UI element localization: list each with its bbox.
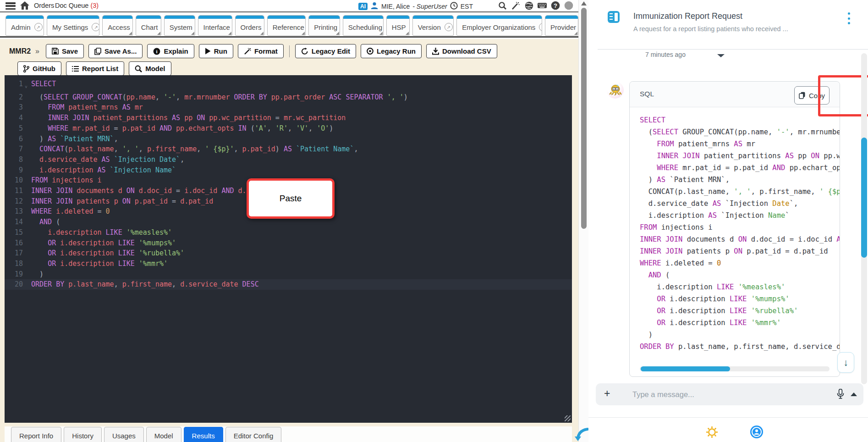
line-content: WHERE i.deleted = 0 (29, 206, 110, 217)
code-line-20: 20ORDER BY p.last_name, p.first_name, d.… (5, 279, 572, 290)
bottom-tab-results[interactable]: Results (184, 427, 223, 442)
copy-button[interactable]: Copy (794, 86, 830, 105)
kebab-menu-icon[interactable] (845, 12, 852, 24)
top-icon-bar: ? (498, 1, 573, 10)
home-icon[interactable] (20, 1, 29, 11)
gutter-spacer (23, 113, 29, 123)
tab-orders[interactable]: Orders (235, 15, 264, 36)
external-link-icon[interactable]: ↗ (539, 23, 542, 31)
nav-orders[interactable]: Orders (34, 2, 54, 9)
external-link-icon[interactable]: ↗ (445, 23, 453, 31)
tab-system[interactable]: System (164, 15, 195, 36)
scroll-to-bottom-button[interactable]: ↓ (837, 352, 854, 373)
code-hscroll-thumb[interactable] (641, 366, 730, 371)
collapse-caret-icon[interactable] (851, 392, 857, 396)
assistant-app-icon[interactable] (750, 425, 764, 441)
model-button[interactable]: Model (129, 61, 171, 76)
user-info: AI MIE, Alice - SuperUser EST (358, 1, 473, 11)
run-button[interactable]: Run (199, 44, 233, 58)
scrollbar-thumb[interactable] (581, 8, 587, 229)
tab-label: Version (418, 23, 441, 31)
github-button[interactable]: GitHub (17, 61, 61, 76)
code-horizontal-scrollbar[interactable] (640, 366, 830, 371)
settings-gear-icon[interactable] (706, 426, 718, 440)
format-button[interactable]: Format (238, 44, 284, 58)
line-number: 1 (5, 79, 23, 92)
sql-code-editor[interactable]: 1vSELECT2 (SELECT GROUP_CONCAT(pp.name, … (5, 75, 572, 423)
chat-code-line-14: AND ( (640, 269, 840, 281)
button-label: Legacy Edit (312, 47, 350, 55)
button-label: Explain (164, 47, 188, 55)
line-number: 12 (5, 196, 23, 207)
doc-queue-count: (3) (90, 2, 99, 9)
tab-label: Access (108, 23, 130, 31)
line-content: i.description AS `Injection Name` (29, 165, 176, 176)
timezone-label: EST (461, 3, 473, 10)
magic-wand-icon[interactable] (511, 1, 520, 10)
tab-interface[interactable]: Interface (198, 15, 232, 36)
save-button[interactable]: Save (46, 44, 84, 58)
chat-code-line-20: ORDER BY p.last_name, p.first_name, d.se… (640, 341, 840, 353)
keyboard-icon[interactable] (538, 1, 547, 10)
bottom-tab-model[interactable]: Model (146, 427, 181, 442)
line-number: 17 (5, 248, 23, 259)
tab-version[interactable]: Version↗ (412, 15, 454, 36)
tab-chart[interactable]: Chart (136, 15, 161, 36)
globe-icon[interactable] (524, 1, 533, 10)
editor-toolbar-row2: GitHubReport ListModel (17, 61, 578, 76)
paste-button[interactable]: Paste (247, 178, 335, 219)
external-link-icon[interactable]: ↗ (92, 23, 99, 31)
tab-label: Scheduling (348, 23, 382, 31)
bottom-tab-usages[interactable]: Usages (104, 427, 144, 442)
tab-provider[interactable]: Provider (545, 15, 578, 36)
tab-printing[interactable]: Printing (308, 15, 340, 36)
code-line-18: 18 OR i.description LIKE '%mmr%' (5, 259, 572, 269)
gutter-spacer (23, 134, 29, 144)
bottom-tab-report-info[interactable]: Report Info (11, 427, 61, 442)
tab-hsp[interactable]: HSP (386, 15, 410, 36)
submenu-corner-icon (302, 32, 305, 35)
chat-code-line-13: WHERE i.deleted = 0 (640, 257, 840, 269)
editor-resize-handle[interactable] (565, 415, 571, 421)
fold-caret-icon[interactable]: v (23, 79, 29, 92)
gutter-spacer (23, 144, 29, 155)
message-input[interactable] (632, 386, 807, 403)
avatar-placeholder-icon[interactable] (564, 1, 573, 10)
down-arrow-icon: ↓ (843, 357, 848, 368)
scrollbar-up-arrow-icon[interactable] (581, 1, 587, 6)
bottom-tab-history[interactable]: History (64, 427, 102, 442)
report-chevron[interactable]: » (35, 47, 39, 55)
legacy-run-button[interactable]: Legacy Run (361, 44, 422, 58)
bottom-tab-editor-config[interactable]: Editor Config (225, 427, 282, 442)
sql-message-code: SELECT (SELECT GROUP_CONCAT(pp.name, '-'… (630, 107, 840, 377)
tab-scheduling[interactable]: Scheduling (343, 15, 384, 36)
line-content: INNER JOIN patient_partitions AS pp ON p… (29, 113, 346, 123)
assistant-corner-arrow-icon[interactable] (575, 427, 588, 442)
tab-admin[interactable]: Admin↗ (5, 15, 44, 36)
download-csv-button[interactable]: Download CSV (426, 44, 497, 58)
left-panel-scrollbar[interactable] (578, 0, 588, 442)
tab-my-settings[interactable]: My Settings↗ (47, 15, 99, 36)
tab-employer-organizations[interactable]: Employer Organizations↗ (456, 15, 542, 36)
legacy-edit-button[interactable]: Legacy Edit (295, 44, 356, 58)
octopus-avatar-icon (609, 83, 622, 97)
tab-reference[interactable]: Reference (267, 15, 306, 36)
help-icon[interactable]: ? (551, 1, 560, 10)
timestamp-caret-icon[interactable] (717, 54, 725, 57)
chat-scrollbar-thumb[interactable] (861, 138, 867, 258)
save-as--button[interactable]: Save As... (88, 44, 143, 58)
tab-access[interactable]: Access (102, 15, 132, 36)
gutter-spacer (23, 175, 29, 186)
button-label: Download CSV (442, 47, 491, 55)
hamburger-menu-icon[interactable] (5, 2, 16, 10)
search-icon[interactable] (498, 1, 507, 10)
nav-doc-queue[interactable]: Doc Queue (3) (55, 2, 99, 9)
ai-badge[interactable]: AI (358, 3, 368, 10)
code-line-7: 7 CONCAT(p.last_name, ', ', p.first_name… (5, 144, 572, 155)
microphone-icon[interactable] (837, 389, 844, 401)
report-list-button[interactable]: Report List (66, 61, 124, 76)
external-link-icon[interactable]: ↗ (34, 23, 43, 31)
button-label: Legacy Run (377, 47, 416, 55)
add-attachment-button[interactable]: + (604, 387, 610, 400)
explain-button[interactable]: iExplain (147, 44, 194, 58)
